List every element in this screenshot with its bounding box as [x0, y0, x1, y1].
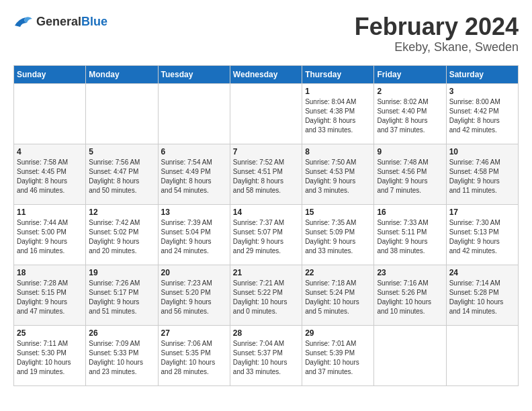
day-info: Sunrise: 7:18 AM Sunset: 5:24 PM Dayligh…	[305, 279, 371, 316]
calendar-cell	[230, 83, 302, 144]
calendar-body: 1Sunrise: 8:04 AM Sunset: 4:38 PM Daylig…	[14, 83, 519, 385]
calendar-table: SundayMondayTuesdayWednesdayThursdayFrid…	[13, 65, 519, 386]
calendar-cell: 7Sunrise: 7:52 AM Sunset: 4:51 PM Daylig…	[230, 144, 302, 204]
calendar-cell: 17Sunrise: 7:30 AM Sunset: 5:13 PM Dayli…	[446, 204, 518, 265]
logo-general: General	[36, 15, 81, 28]
day-number: 20	[161, 268, 227, 277]
page-header: GeneralBlue February 2024 Ekeby, Skane, …	[13, 13, 519, 54]
calendar-cell	[14, 83, 86, 144]
day-info: Sunrise: 7:04 AM Sunset: 5:37 PM Dayligh…	[233, 339, 299, 377]
logo: GeneralBlue	[13, 13, 107, 30]
page-subtitle: Ekeby, Skane, Sweden	[355, 40, 519, 54]
calendar-cell: 4Sunrise: 7:58 AM Sunset: 4:45 PM Daylig…	[14, 144, 86, 204]
day-info: Sunrise: 8:00 AM Sunset: 4:42 PM Dayligh…	[449, 97, 515, 135]
day-info: Sunrise: 7:56 AM Sunset: 4:47 PM Dayligh…	[89, 158, 154, 195]
day-number: 1	[305, 87, 371, 96]
calendar-cell: 20Sunrise: 7:23 AM Sunset: 5:20 PM Dayli…	[158, 265, 230, 325]
day-info: Sunrise: 7:37 AM Sunset: 5:07 PM Dayligh…	[233, 218, 299, 256]
day-number: 24	[449, 268, 515, 277]
day-info: Sunrise: 7:33 AM Sunset: 5:11 PM Dayligh…	[377, 218, 443, 256]
calendar-cell: 27Sunrise: 7:06 AM Sunset: 5:35 PM Dayli…	[158, 325, 230, 385]
logo-blue: Blue	[81, 15, 107, 28]
page-title: February 2024	[355, 13, 519, 40]
day-number: 9	[377, 147, 443, 156]
day-info: Sunrise: 7:14 AM Sunset: 5:28 PM Dayligh…	[449, 279, 515, 316]
day-info: Sunrise: 7:39 AM Sunset: 5:04 PM Dayligh…	[161, 218, 227, 256]
calendar-cell	[446, 325, 518, 385]
day-info: Sunrise: 7:30 AM Sunset: 5:13 PM Dayligh…	[449, 218, 515, 256]
calendar-cell: 12Sunrise: 7:42 AM Sunset: 5:02 PM Dayli…	[86, 204, 158, 265]
calendar-cell: 9Sunrise: 7:48 AM Sunset: 4:56 PM Daylig…	[374, 144, 446, 204]
day-number: 19	[89, 268, 154, 277]
calendar-cell: 24Sunrise: 7:14 AM Sunset: 5:28 PM Dayli…	[446, 265, 518, 325]
calendar-week-3: 11Sunrise: 7:44 AM Sunset: 5:00 PM Dayli…	[14, 204, 519, 265]
calendar-cell: 16Sunrise: 7:33 AM Sunset: 5:11 PM Dayli…	[374, 204, 446, 265]
calendar-cell: 28Sunrise: 7:04 AM Sunset: 5:37 PM Dayli…	[230, 325, 302, 385]
day-info: Sunrise: 7:44 AM Sunset: 5:00 PM Dayligh…	[17, 218, 83, 256]
day-info: Sunrise: 7:46 AM Sunset: 4:58 PM Dayligh…	[449, 158, 515, 195]
weekday-header-thursday: Thursday	[302, 65, 374, 83]
calendar-week-5: 25Sunrise: 7:11 AM Sunset: 5:30 PM Dayli…	[14, 325, 519, 385]
calendar-cell: 29Sunrise: 7:01 AM Sunset: 5:39 PM Dayli…	[302, 325, 374, 385]
day-number: 28	[233, 328, 299, 338]
day-number: 10	[449, 147, 515, 156]
day-number: 8	[305, 147, 371, 156]
day-number: 26	[89, 328, 154, 338]
calendar-cell: 18Sunrise: 7:28 AM Sunset: 5:15 PM Dayli…	[14, 265, 86, 325]
day-number: 6	[161, 147, 227, 156]
day-info: Sunrise: 7:01 AM Sunset: 5:39 PM Dayligh…	[305, 339, 371, 377]
day-info: Sunrise: 7:09 AM Sunset: 5:33 PM Dayligh…	[89, 339, 154, 377]
day-info: Sunrise: 7:50 AM Sunset: 4:53 PM Dayligh…	[305, 158, 371, 195]
calendar-week-1: 1Sunrise: 8:04 AM Sunset: 4:38 PM Daylig…	[14, 83, 519, 144]
day-number: 18	[17, 268, 83, 277]
calendar-cell: 5Sunrise: 7:56 AM Sunset: 4:47 PM Daylig…	[86, 144, 158, 204]
calendar-week-4: 18Sunrise: 7:28 AM Sunset: 5:15 PM Dayli…	[14, 265, 519, 325]
day-number: 4	[17, 147, 83, 156]
day-number: 14	[233, 208, 299, 217]
calendar-cell: 10Sunrise: 7:46 AM Sunset: 4:58 PM Dayli…	[446, 144, 518, 204]
day-number: 12	[89, 208, 154, 217]
calendar-cell: 23Sunrise: 7:16 AM Sunset: 5:26 PM Dayli…	[374, 265, 446, 325]
calendar-header-row: SundayMondayTuesdayWednesdayThursdayFrid…	[14, 65, 519, 83]
day-number: 22	[305, 268, 371, 277]
weekday-header-sunday: Sunday	[14, 65, 86, 83]
calendar-cell	[86, 83, 158, 144]
day-number: 27	[161, 328, 227, 338]
calendar-cell: 21Sunrise: 7:21 AM Sunset: 5:22 PM Dayli…	[230, 265, 302, 325]
calendar-cell	[158, 83, 230, 144]
calendar-cell: 22Sunrise: 7:18 AM Sunset: 5:24 PM Dayli…	[302, 265, 374, 325]
calendar-cell: 11Sunrise: 7:44 AM Sunset: 5:00 PM Dayli…	[14, 204, 86, 265]
weekday-header-monday: Monday	[86, 65, 158, 83]
day-number: 7	[233, 147, 299, 156]
calendar-cell: 1Sunrise: 8:04 AM Sunset: 4:38 PM Daylig…	[302, 83, 374, 144]
day-info: Sunrise: 7:28 AM Sunset: 5:15 PM Dayligh…	[17, 279, 83, 316]
weekday-header-tuesday: Tuesday	[158, 65, 230, 83]
day-info: Sunrise: 7:35 AM Sunset: 5:09 PM Dayligh…	[305, 218, 371, 256]
calendar-cell: 3Sunrise: 8:00 AM Sunset: 4:42 PM Daylig…	[446, 83, 518, 144]
title-block: February 2024 Ekeby, Skane, Sweden	[355, 13, 519, 54]
day-number: 2	[377, 87, 443, 96]
day-number: 5	[89, 147, 154, 156]
day-number: 21	[233, 268, 299, 277]
day-info: Sunrise: 7:11 AM Sunset: 5:30 PM Dayligh…	[17, 339, 83, 377]
day-info: Sunrise: 7:21 AM Sunset: 5:22 PM Dayligh…	[233, 279, 299, 316]
calendar-cell: 25Sunrise: 7:11 AM Sunset: 5:30 PM Dayli…	[14, 325, 86, 385]
day-info: Sunrise: 7:42 AM Sunset: 5:02 PM Dayligh…	[89, 218, 154, 256]
weekday-header-friday: Friday	[374, 65, 446, 83]
day-info: Sunrise: 8:04 AM Sunset: 4:38 PM Dayligh…	[305, 97, 371, 135]
calendar-cell: 6Sunrise: 7:54 AM Sunset: 4:49 PM Daylig…	[158, 144, 230, 204]
day-info: Sunrise: 7:48 AM Sunset: 4:56 PM Dayligh…	[377, 158, 443, 195]
day-number: 16	[377, 208, 443, 217]
day-number: 17	[449, 208, 515, 217]
calendar-cell: 19Sunrise: 7:26 AM Sunset: 5:17 PM Dayli…	[86, 265, 158, 325]
day-number: 23	[377, 268, 443, 277]
day-number: 3	[449, 87, 515, 96]
day-info: Sunrise: 7:23 AM Sunset: 5:20 PM Dayligh…	[161, 279, 227, 316]
day-info: Sunrise: 7:26 AM Sunset: 5:17 PM Dayligh…	[89, 279, 154, 316]
day-number: 25	[17, 328, 83, 338]
day-number: 11	[17, 208, 83, 217]
calendar-cell: 2Sunrise: 8:02 AM Sunset: 4:40 PM Daylig…	[374, 83, 446, 144]
day-info: Sunrise: 7:16 AM Sunset: 5:26 PM Dayligh…	[377, 279, 443, 316]
logo-text: GeneralBlue	[36, 15, 107, 29]
calendar-cell	[374, 325, 446, 385]
